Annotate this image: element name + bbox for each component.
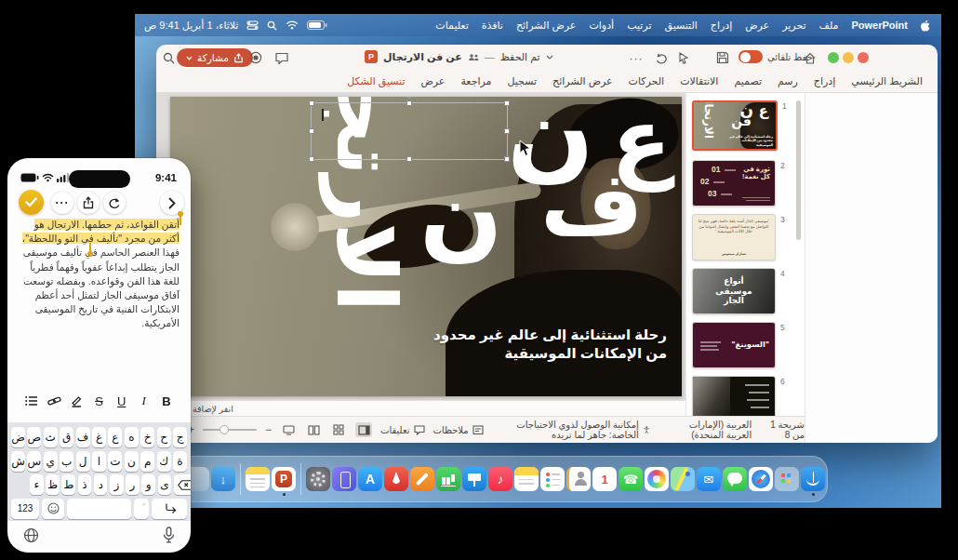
keyboard-key[interactable]: ر xyxy=(126,474,140,495)
keyboard-key[interactable]: ة xyxy=(173,451,187,472)
keyboard-key[interactable]: ى xyxy=(158,474,172,495)
saved-status[interactable]: تم الحفظ xyxy=(500,51,540,63)
photos-icon[interactable] xyxy=(645,467,669,491)
powerpoint-icon[interactable] xyxy=(272,467,296,491)
keyboard-key[interactable]: ف xyxy=(76,427,90,447)
tab-shape-format[interactable]: تنسيق الشكل xyxy=(347,75,405,87)
tab-design[interactable]: تصميم xyxy=(734,75,762,87)
tab-insert[interactable]: إدراج xyxy=(814,75,835,87)
emoji-key[interactable] xyxy=(42,499,64,519)
return-key[interactable] xyxy=(152,499,187,519)
keyboard-key[interactable]: ز xyxy=(110,474,124,495)
launchpad-icon[interactable] xyxy=(775,467,799,491)
finder-icon[interactable] xyxy=(801,467,825,491)
share-icon[interactable] xyxy=(77,192,100,214)
keyboard-key[interactable]: ث xyxy=(44,427,58,447)
wifi-icon[interactable] xyxy=(286,20,299,30)
slide-thumbnail-3[interactable]: "موسيقى الجاز أشبه بلغة خاصة، فهي تتيح ل… xyxy=(692,214,776,260)
note-text[interactable]: أتقن القواعد، ثم حطمها. الارتجال هو أكثر… xyxy=(19,218,180,331)
keyboard-key[interactable]: غ xyxy=(92,427,106,447)
menu-app-name[interactable]: PowerPoint xyxy=(851,20,908,31)
window-minimize-button[interactable] xyxy=(843,52,854,63)
downloads-folder-icon[interactable] xyxy=(211,467,235,491)
highlighter-icon[interactable] xyxy=(69,394,84,407)
backspace-key[interactable] xyxy=(174,474,191,495)
zoom-slider-knob[interactable] xyxy=(220,425,229,434)
selection-handle[interactable] xyxy=(504,156,510,162)
tab-home[interactable]: الشريط الرئيسي xyxy=(851,75,923,87)
tab-view[interactable]: عرض xyxy=(421,75,446,87)
slide-thumbnail-4[interactable]: أنواع موسيقى الجاز xyxy=(692,268,776,314)
keyboard-key[interactable]: ي xyxy=(44,451,58,472)
selection-handle[interactable] xyxy=(406,100,412,106)
keyboard-key[interactable]: خ xyxy=(140,427,154,447)
menu-item[interactable]: تعليمات xyxy=(435,20,468,32)
reading-view-icon[interactable] xyxy=(305,422,322,437)
document-app-icon[interactable] xyxy=(246,467,270,491)
safari-icon[interactable] xyxy=(749,467,773,491)
normal-view-icon[interactable] xyxy=(355,422,372,437)
textbox-selection[interactable] xyxy=(311,102,508,160)
dictation-mic-icon[interactable] xyxy=(163,527,175,543)
selection-end-handle[interactable] xyxy=(87,251,93,257)
keyboard-key[interactable]: ظ xyxy=(46,474,60,495)
tab-transitions[interactable]: الانتقالات xyxy=(680,75,718,87)
menu-item[interactable]: تحرير xyxy=(782,20,805,32)
tab-animations[interactable]: الحركات xyxy=(629,75,665,87)
redo-icon[interactable] xyxy=(103,192,126,214)
dock-separator[interactable] xyxy=(300,463,301,495)
comment-icon[interactable] xyxy=(272,47,292,68)
more-options-button[interactable]: ··· xyxy=(626,48,646,69)
menu-item[interactable]: عرض الشرائح xyxy=(516,20,577,32)
keyboard-key[interactable]: ض xyxy=(11,427,25,447)
tab-draw[interactable]: رسم xyxy=(778,75,798,87)
keyboard-key[interactable]: ت xyxy=(108,451,122,472)
mail-icon[interactable] xyxy=(697,467,721,491)
keyboard-key[interactable]: ه xyxy=(125,427,139,447)
slide-thumbnail-5[interactable]: "السوينغ" xyxy=(692,322,776,368)
window-zoom-button[interactable] xyxy=(828,52,839,63)
keyboard-key[interactable]: ط xyxy=(61,474,75,495)
slide-subtitle[interactable]: رحلة استثنائية إلى عالم غير محدود من الإ… xyxy=(433,326,667,363)
settings-icon[interactable] xyxy=(306,467,330,491)
notes-button[interactable]: ملاحظات xyxy=(433,425,484,435)
zoom-out-button[interactable]: − xyxy=(265,423,272,436)
tab-record[interactable]: تسجيل xyxy=(507,75,537,87)
selection-handle[interactable] xyxy=(406,156,412,162)
accessibility-status[interactable]: إمكانية الوصول لذوي الاحتياجات الخاصة: ج… xyxy=(491,420,651,440)
pages-icon[interactable] xyxy=(410,467,434,491)
more-options-button[interactable]: ··· xyxy=(51,192,73,214)
reminders-icon[interactable] xyxy=(540,467,565,491)
apple-menu-icon[interactable] xyxy=(921,19,932,32)
control-center-icon[interactable] xyxy=(246,20,259,30)
keyboard-key[interactable]: ك xyxy=(157,451,171,472)
autosave-toggle[interactable] xyxy=(738,50,763,63)
selection-handle[interactable] xyxy=(309,156,314,162)
globe-key[interactable] xyxy=(23,527,39,543)
selection-handle[interactable] xyxy=(309,128,314,134)
tab-review[interactable]: مراجعة xyxy=(460,75,491,87)
keyboard-key[interactable]: ب xyxy=(60,451,73,472)
menu-item[interactable]: ملف xyxy=(819,20,839,32)
italic-button[interactable]: I xyxy=(137,393,152,408)
numbers-key[interactable]: 123 xyxy=(11,499,39,519)
notes-icon[interactable] xyxy=(514,467,539,491)
menu-item[interactable]: إدراج xyxy=(711,20,732,32)
bold-button[interactable]: B xyxy=(159,394,174,408)
dock-separator[interactable] xyxy=(240,463,241,495)
music-icon[interactable] xyxy=(488,467,512,491)
selection-handle[interactable] xyxy=(504,100,510,106)
keyboard-key[interactable]: ل xyxy=(76,451,90,472)
keyboard-key[interactable]: د xyxy=(94,474,108,495)
thumbnail-scrollbar[interactable] xyxy=(796,100,801,240)
list-format-icon[interactable] xyxy=(24,395,39,407)
notes-placeholder-bar[interactable]: انقر لإضافة ملاحظات xyxy=(156,400,685,416)
slide-thumbnail-2[interactable]: ثورة في كل نغمة! 01 02 03 xyxy=(692,160,776,207)
tab-slideshow[interactable]: عرض الشرائح xyxy=(552,75,613,87)
slide-sorter-view-icon[interactable] xyxy=(330,422,347,437)
spotlight-search-icon[interactable] xyxy=(267,20,277,31)
window-close-button[interactable] xyxy=(858,52,869,63)
iphone-mirroring-icon[interactable] xyxy=(332,467,356,491)
calendar-icon[interactable]: 1 xyxy=(592,467,617,491)
strikethrough-button[interactable]: S xyxy=(91,394,106,408)
